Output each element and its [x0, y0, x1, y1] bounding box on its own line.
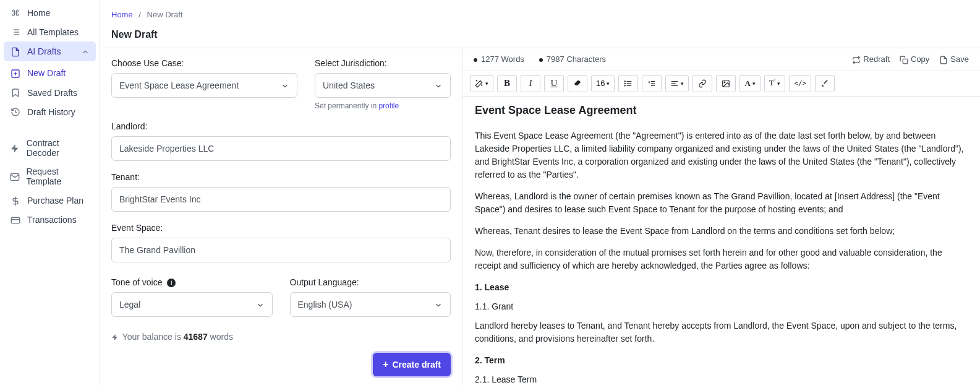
- mail-icon: [10, 171, 20, 182]
- sidebar-item-contract-decoder[interactable]: Contract Decoder: [4, 134, 96, 162]
- sidebar-item-saved-drafts[interactable]: Saved Drafts: [4, 83, 96, 102]
- landlord-input[interactable]: [111, 136, 451, 161]
- credit-card-icon: [10, 215, 21, 225]
- sidebar-item-templates[interactable]: All Templates: [4, 22, 96, 41]
- tone-value: Legal: [119, 300, 140, 309]
- svg-point-20: [625, 84, 626, 84]
- bolt-icon: [10, 143, 20, 154]
- tenant-label: Tenant:: [111, 172, 451, 182]
- sidebar-item-purchase-plan[interactable]: Purchase Plan: [4, 191, 96, 210]
- sidebar-item-label: Saved Drafts: [27, 88, 77, 98]
- sidebar: ⌘ Home All Templates AI Drafts New Draf: [0, 0, 100, 385]
- save-button[interactable]: Save: [939, 54, 969, 64]
- chevron-down-icon: [434, 300, 443, 309]
- doc-paragraph: This Event Space Lease Agreement (the "A…: [475, 129, 968, 181]
- doc-title: Event Space Lease Agreement: [475, 104, 968, 117]
- form-panel: Choose Use Case: Event Space Lease Agree…: [100, 48, 462, 385]
- sidebar-item-label: Request Template: [26, 167, 90, 186]
- code-icon: </>: [794, 79, 806, 87]
- eraser-button[interactable]: [568, 75, 587, 92]
- chevron-up-icon: [81, 46, 90, 56]
- jurisdiction-hint: Set permanently in profile: [315, 102, 451, 110]
- doc-paragraph: Now, therefore, in consideration of the …: [475, 246, 968, 272]
- dollar-icon: [10, 195, 21, 205]
- chevron-down-icon: ▾: [752, 80, 756, 87]
- jurisdiction-select[interactable]: United States: [315, 73, 451, 98]
- svg-rect-15: [903, 59, 908, 64]
- svg-point-19: [625, 81, 626, 82]
- jurisdiction-value: United States: [323, 80, 375, 90]
- bold-button[interactable]: B: [497, 75, 517, 92]
- list-icon: [10, 27, 21, 37]
- italic-button[interactable]: I: [521, 75, 540, 92]
- page-title: New Draft: [100, 19, 980, 48]
- editor-toolbar: ▾ B I U 16 ▾: [462, 71, 980, 97]
- underline-button[interactable]: U: [544, 75, 564, 92]
- numbered-list-icon: [647, 79, 656, 89]
- main-content: Home / New Draft New Draft Choose Use Ca…: [100, 0, 980, 385]
- use-case-select[interactable]: Event Space Lease Agreement: [111, 73, 297, 98]
- info-icon[interactable]: i: [167, 279, 176, 287]
- image-icon: [722, 79, 730, 89]
- bookmark-icon: [10, 87, 21, 98]
- font-icon: A: [744, 79, 750, 89]
- use-case-label: Choose Use Case:: [111, 58, 297, 68]
- event-space-input[interactable]: [111, 238, 451, 262]
- sidebar-item-label: Purchase Plan: [27, 196, 83, 205]
- align-button[interactable]: ▾: [665, 75, 689, 92]
- highlight-button[interactable]: [815, 75, 835, 92]
- tenant-input[interactable]: [111, 187, 451, 212]
- doc-paragraph: Whereas, Tenant desires to lease the Eve…: [475, 225, 968, 238]
- create-draft-button[interactable]: + Create draft: [373, 353, 451, 376]
- align-icon: [670, 79, 679, 89]
- redraft-button[interactable]: Redraft: [852, 54, 890, 64]
- image-button[interactable]: [716, 75, 736, 92]
- bullet-list-icon: [624, 79, 633, 89]
- sidebar-item-draft-history[interactable]: Draft History: [4, 102, 96, 121]
- sidebar-item-label: Transactions: [27, 215, 77, 225]
- svg-line-10: [15, 112, 17, 113]
- sidebar-item-new-draft[interactable]: New Draft: [4, 64, 96, 83]
- bullet-list-button[interactable]: [618, 75, 638, 92]
- text-format-button[interactable]: T! ▾: [764, 75, 786, 92]
- copy-button[interactable]: Copy: [900, 54, 929, 64]
- svg-point-21: [625, 85, 626, 86]
- code-button[interactable]: </>: [789, 75, 811, 92]
- lang-value: English (USA): [298, 300, 352, 309]
- doc-section: 2. Term: [475, 354, 968, 367]
- plus-square-icon: [10, 68, 21, 79]
- breadcrumb-home-link[interactable]: Home: [111, 10, 133, 19]
- lang-label: Output Language:: [290, 277, 451, 287]
- balance-text: Your balance is 41687 words: [111, 332, 451, 342]
- sidebar-item-transactions[interactable]: Transactions: [4, 210, 96, 230]
- landlord-label: Landlord:: [111, 121, 451, 131]
- doc-subsection: 1.1. Grant: [475, 300, 968, 313]
- text-format-icon: T!: [769, 78, 776, 88]
- chevron-down-icon: [434, 80, 443, 90]
- sidebar-item-request-template[interactable]: Request Template: [4, 162, 96, 191]
- numbered-list-button[interactable]: [642, 75, 662, 92]
- sidebar-item-home[interactable]: ⌘ Home: [4, 4, 96, 22]
- lang-select[interactable]: English (USA): [290, 292, 451, 317]
- editor-body[interactable]: Event Space Lease Agreement This Event S…: [462, 97, 980, 385]
- svg-rect-13: [11, 217, 19, 223]
- use-case-value: Event Space Lease Agreement: [119, 80, 239, 90]
- magic-wand-button[interactable]: ▾: [470, 75, 493, 92]
- link-button[interactable]: [692, 75, 712, 92]
- breadcrumb-current: New Draft: [147, 10, 183, 19]
- chevron-down-icon: ▾: [607, 80, 610, 87]
- magic-wand-icon: [475, 79, 484, 89]
- profile-link[interactable]: profile: [378, 102, 399, 110]
- doc-paragraph: Landlord hereby leases to Tenant, and Te…: [475, 319, 968, 345]
- chevron-down-icon: ▾: [777, 80, 780, 87]
- breadcrumb-separator: /: [138, 10, 141, 19]
- tone-label: Tone of voice i: [111, 277, 273, 287]
- plus-icon: +: [383, 359, 388, 370]
- sidebar-item-ai-drafts[interactable]: AI Drafts: [4, 41, 96, 61]
- font-color-button[interactable]: A ▾: [739, 75, 760, 92]
- sidebar-item-label: AI Drafts: [27, 46, 61, 56]
- sidebar-item-label: All Templates: [27, 27, 79, 37]
- command-icon: ⌘: [10, 8, 21, 18]
- font-size-select[interactable]: 16 ▾: [591, 75, 615, 92]
- tone-select[interactable]: Legal: [111, 292, 273, 317]
